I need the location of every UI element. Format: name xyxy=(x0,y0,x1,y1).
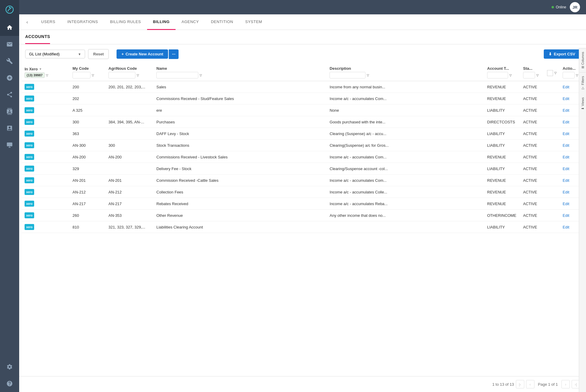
filter-dropdown[interactable]: GL List (Modified) ▼ xyxy=(25,50,85,58)
cell-name-9: Collection Fees xyxy=(153,186,327,198)
sidebar-item-settings[interactable] xyxy=(0,358,19,375)
xero-badge: xero xyxy=(25,177,34,183)
nav-tab-system[interactable]: SYSTEM xyxy=(239,14,268,30)
pagination-next[interactable]: › xyxy=(561,380,570,388)
sidebar-item-share[interactable] xyxy=(0,86,19,103)
name-filter-input[interactable] xyxy=(156,72,198,78)
filter-icon-my-code[interactable]: ▽ xyxy=(92,74,94,77)
cell-extra-3 xyxy=(544,116,560,128)
my-code-filter-input[interactable] xyxy=(73,72,90,78)
col-header-description: Description ▽ xyxy=(327,64,484,81)
edit-button-8[interactable]: Edit xyxy=(563,178,569,183)
sort-icon-in-xero[interactable]: ▼ xyxy=(39,67,42,71)
edit-button-6[interactable]: Edit xyxy=(563,155,569,159)
nav-tab-dentition[interactable]: DENTITION xyxy=(205,14,239,30)
filter-icon-description[interactable]: ▽ xyxy=(367,74,369,77)
cell-name-11: Other Revenue xyxy=(153,210,327,221)
nav-tab-integrations[interactable]: INTEGRATIONS xyxy=(61,14,104,30)
filter-icon-in-xero[interactable]: ▽ xyxy=(46,74,48,77)
edit-button-11[interactable]: Edit xyxy=(563,213,569,218)
edit-button-7[interactable]: Edit xyxy=(563,167,569,171)
nav-tab-agency[interactable]: AGENCY xyxy=(176,14,205,30)
more-options-button[interactable]: ··· xyxy=(169,49,179,59)
sidebar xyxy=(0,0,19,392)
filter-icon-status[interactable]: ▽ xyxy=(536,74,539,77)
sidebar-item-support[interactable] xyxy=(0,375,19,392)
cell-in-xero-8: xero xyxy=(22,175,70,186)
pagination-prev[interactable]: ‹ xyxy=(526,380,534,388)
filter-icon-name[interactable]: ▽ xyxy=(200,74,202,77)
sidebar-item-integrations[interactable] xyxy=(0,137,19,153)
cell-agrinous-code-5: 300 xyxy=(105,140,153,151)
columns-panel-button[interactable]: ⊞ Columns xyxy=(579,48,586,72)
cell-account-type-2: LIABILITY xyxy=(484,105,520,116)
edit-button-10[interactable]: Edit xyxy=(563,202,569,206)
cell-in-xero-4: xero xyxy=(22,128,70,140)
filter-icon-extra[interactable]: ▽ xyxy=(554,71,557,75)
pagination-first[interactable]: |‹ xyxy=(516,380,524,388)
export-csv-button[interactable]: ⬇ Export CSV xyxy=(544,49,580,59)
sub-tab-accounts[interactable]: ACCOUNTS xyxy=(25,30,50,44)
cell-account-type-8: REVENUE xyxy=(484,175,520,186)
cell-agrinous-code-8: AN-201 xyxy=(105,175,153,186)
nav-back-button[interactable]: ‹ xyxy=(24,18,30,26)
table-row: xero AN-300 300 Stock Transactions Clear… xyxy=(22,140,584,151)
edit-button-1[interactable]: Edit xyxy=(563,96,569,101)
table-row: xero 200 200, 201, 202, 203,... Sales In… xyxy=(22,81,584,93)
table-header-row: In Xero ▼ (13) 39987 ▽ My Code xyxy=(22,64,584,81)
sidebar-item-home[interactable] xyxy=(0,19,19,36)
xero-badge: xero xyxy=(25,224,34,230)
cell-agrinous-code-7 xyxy=(105,163,153,175)
cell-my-code-5: AN-300 xyxy=(70,140,105,151)
cell-account-type-12: LIABILITY xyxy=(484,221,520,233)
filter-icon-agrinous-code[interactable]: ▽ xyxy=(137,74,139,77)
nav-tab-billing-rules[interactable]: BILLING RULES xyxy=(104,14,147,30)
views-panel-button[interactable]: ⬇ Views xyxy=(579,94,586,113)
actions-filter-input[interactable] xyxy=(563,72,575,78)
extra-checkbox[interactable] xyxy=(547,70,553,76)
edit-button-4[interactable]: Edit xyxy=(563,131,569,136)
xero-badge: xero xyxy=(25,119,34,125)
agrinous-code-filter-input[interactable] xyxy=(108,72,135,78)
edit-button-3[interactable]: Edit xyxy=(563,120,569,124)
cell-name-4: DAFF Levy - Stock xyxy=(153,128,327,140)
sidebar-item-tools[interactable] xyxy=(0,53,19,69)
sub-tabs: ACCOUNTS xyxy=(19,30,586,44)
table-row: xero AN-200 AN-200 Commissions Received … xyxy=(22,151,584,163)
edit-button-5[interactable]: Edit xyxy=(563,143,569,148)
sidebar-item-reports[interactable] xyxy=(0,120,19,137)
cell-description-11: Any other income that does no... xyxy=(327,210,484,221)
edit-button-12[interactable]: Edit xyxy=(563,225,569,229)
filter-icon-account-type[interactable]: ▽ xyxy=(509,74,512,77)
cell-status-3: ACTIVE xyxy=(520,116,544,128)
cell-description-1: Income a/c - accumulates Com... xyxy=(327,93,484,105)
sidebar-item-inbox[interactable] xyxy=(0,36,19,53)
xero-badge: xero xyxy=(25,201,34,207)
in-xero-filter-tag[interactable]: (13) 39987 xyxy=(25,72,45,78)
edit-button-2[interactable]: Edit xyxy=(563,108,569,113)
description-filter-input[interactable] xyxy=(330,72,366,78)
main-container: Online JR ‹ USERS INTEGRATIONS BILLING R… xyxy=(19,0,586,392)
pagination-page: Page 1 of 1 xyxy=(536,382,560,387)
create-account-button[interactable]: + Create New Account xyxy=(117,49,168,59)
cell-account-type-7: LIABILITY xyxy=(484,163,520,175)
status-filter-input[interactable] xyxy=(523,72,535,78)
reset-button[interactable]: Reset xyxy=(88,49,109,59)
filters-panel-button[interactable]: ▽ Filters xyxy=(579,72,586,94)
edit-button-0[interactable]: Edit xyxy=(563,85,569,89)
filters-icon: ▽ xyxy=(581,86,585,90)
sidebar-item-contacts[interactable] xyxy=(0,103,19,120)
col-header-in-xero: In Xero ▼ (13) 39987 ▽ xyxy=(22,64,70,81)
chevron-down-icon: ▼ xyxy=(78,52,81,56)
sidebar-item-add[interactable] xyxy=(0,69,19,86)
cell-extra-12 xyxy=(544,221,560,233)
nav-tab-billing[interactable]: BILLING xyxy=(147,14,176,30)
nav-tab-users[interactable]: USERS xyxy=(35,14,61,30)
col-header-status: Sta... ▽ xyxy=(520,64,544,81)
edit-button-9[interactable]: Edit xyxy=(563,190,569,194)
col-header-my-code: My Code ▽ xyxy=(70,64,105,81)
app-logo[interactable] xyxy=(0,0,19,19)
user-avatar[interactable]: JR xyxy=(570,2,580,12)
account-type-filter-input[interactable] xyxy=(487,72,508,78)
filter-icon-actions[interactable]: ▽ xyxy=(576,74,578,77)
